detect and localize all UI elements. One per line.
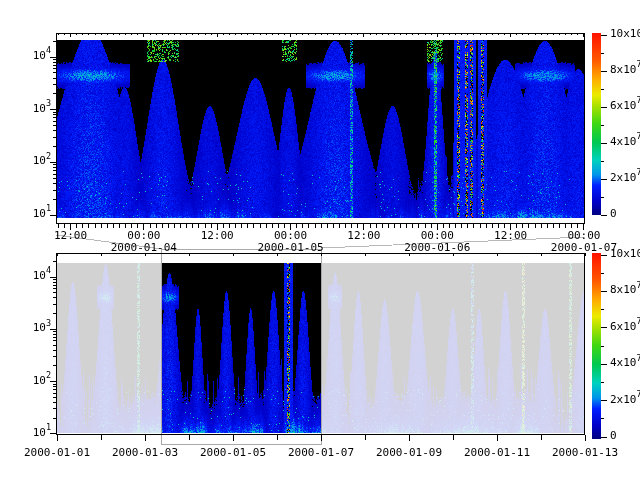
top-colorbar-tick-label: 4x107 bbox=[610, 136, 640, 148]
bottom-colorbar-tick-label: 2x107 bbox=[610, 394, 640, 406]
top-colorbar-tick-label: 2x107 bbox=[610, 172, 640, 184]
top-spectrogram-canvas[interactable] bbox=[57, 40, 584, 218]
top-colorbar-tick-label: 0 bbox=[610, 208, 617, 220]
selection-box[interactable] bbox=[161, 249, 322, 445]
top-x-date-label: 2000-01-06 bbox=[404, 242, 470, 254]
top-x-time-label: 00:00 bbox=[567, 230, 600, 242]
top-colorbar bbox=[592, 33, 601, 215]
top-x-time-label: 00:00 bbox=[421, 230, 454, 242]
bottom-x-date-label: 2000-01-03 bbox=[112, 447, 178, 459]
bottom-colorbar-tick-label: 4x107 bbox=[610, 357, 640, 369]
top-colorbar-tick-label: 6x107 bbox=[610, 100, 640, 112]
bottom-x-date-label: 2000-01-07 bbox=[288, 447, 354, 459]
bottom-y-tick-label: 101 bbox=[33, 427, 51, 439]
bottom-x-date-label: 2000-01-01 bbox=[24, 447, 90, 459]
top-x-date-label: 2000-01-07 bbox=[551, 242, 617, 254]
bottom-colorbar-tick-label: 0 bbox=[610, 430, 617, 442]
bottom-x-date-label: 2000-01-13 bbox=[552, 447, 618, 459]
top-y-tick-label: 101 bbox=[33, 208, 51, 220]
bottom-y-tick-label: 103 bbox=[33, 322, 51, 334]
top-x-time-label: 00:00 bbox=[274, 230, 307, 242]
bottom-x-date-label: 2000-01-11 bbox=[464, 447, 530, 459]
top-y-tick-label: 102 bbox=[33, 155, 51, 167]
bottom-y-tick-label: 104 bbox=[33, 270, 51, 282]
top-colorbar-tick-label: 10x107 bbox=[610, 28, 640, 40]
top-x-time-label: 00:00 bbox=[127, 230, 160, 242]
bottom-x-date-label: 2000-01-09 bbox=[376, 447, 442, 459]
top-y-tick-label: 103 bbox=[33, 103, 51, 115]
top-colorbar-tick-label: 8x107 bbox=[610, 64, 640, 76]
top-x-time-label: 12:00 bbox=[494, 230, 527, 242]
bottom-colorbar-tick-label: 6x107 bbox=[610, 321, 640, 333]
bottom-x-date-label: 2000-01-05 bbox=[200, 447, 266, 459]
top-x-time-label: 12:00 bbox=[347, 230, 380, 242]
bottom-colorbar bbox=[592, 253, 601, 439]
top-y-tick-label: 104 bbox=[33, 50, 51, 62]
spectrogram-figure: 10410310210110410310210112:0000:002000-0… bbox=[0, 0, 640, 480]
top-x-time-label: 12:00 bbox=[201, 230, 234, 242]
bottom-y-tick-label: 102 bbox=[33, 375, 51, 387]
bottom-colorbar-tick-label: 10x107 bbox=[610, 248, 640, 260]
top-x-time-label: 12:00 bbox=[54, 230, 87, 242]
bottom-colorbar-tick-label: 8x107 bbox=[610, 284, 640, 296]
